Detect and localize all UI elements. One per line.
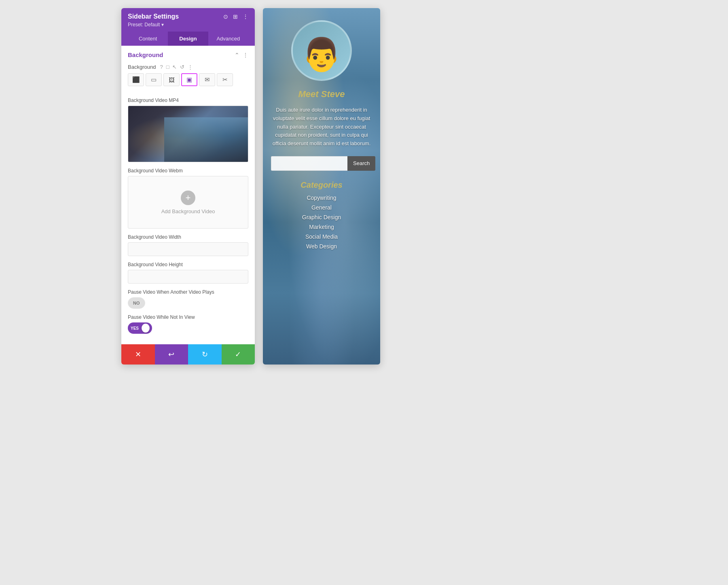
focus-icon[interactable]: ⊙ [223, 13, 228, 20]
width-field: Background Video Width [128, 234, 248, 256]
video-preview-mp4[interactable] [128, 106, 248, 162]
category-general[interactable]: General [311, 204, 332, 211]
preview-categories-title: Categories [301, 180, 342, 190]
form-section: Background Video MP4 Background Video We… [121, 93, 255, 344]
preview-content: 👨 Meet Steve Duis aute irure dolor in re… [263, 8, 380, 261]
category-web-design[interactable]: Web Design [306, 243, 337, 250]
category-social-media[interactable]: Social Media [305, 233, 338, 240]
collapse-icon[interactable]: ⌃ [235, 52, 239, 58]
bg-help-icon[interactable]: ? [160, 64, 163, 70]
bg-type-video[interactable]: ▣ [181, 73, 197, 86]
save-button[interactable]: ✓ [222, 344, 255, 365]
category-graphic-design[interactable]: Graphic Design [302, 214, 341, 220]
bg-reset-icon[interactable]: ↺ [180, 64, 184, 70]
category-copywriting[interactable]: Copywriting [307, 195, 336, 201]
preview-name: Meet Steve [298, 89, 345, 100]
action-bar: ✕ ↩ ↻ ✓ [121, 344, 255, 365]
bg-selector: Background ? □ ↖ ↺ ⋮ ⬛ ▭ 🖼 ▣ ✉ ✂ [121, 61, 255, 90]
pause-another-toggle[interactable]: NO [128, 297, 145, 309]
bg-cursor-icon[interactable]: ↖ [172, 64, 177, 70]
avatar: 👨 [291, 20, 352, 81]
tab-design[interactable]: Design [168, 32, 208, 46]
bg-type-buttons: ⬛ ▭ 🖼 ▣ ✉ ✂ [128, 73, 248, 86]
mp4-field: Background Video MP4 [128, 98, 248, 162]
webm-label: Background Video Webm [128, 168, 248, 174]
bg-type-gradient[interactable]: 🖼 [163, 73, 180, 86]
mp4-label: Background Video MP4 [128, 98, 248, 103]
main-container: Sidebar Settings ⊙ ⊞ ⋮ Preset: Default ▾… [121, 8, 607, 365]
section-more-icon[interactable]: ⋮ [243, 52, 248, 58]
pause-view-yes-label: YES [129, 326, 140, 331]
preview-search-input[interactable] [271, 156, 347, 171]
bg-more-icon[interactable]: ⋮ [188, 64, 193, 70]
section-header-icons: ⌃ ⋮ [235, 52, 248, 58]
bg-label-row: Background ? □ ↖ ↺ ⋮ [128, 64, 248, 70]
preview-panel: 👨 Meet Steve Duis aute irure dolor in re… [263, 8, 380, 365]
section-title: Background [128, 51, 163, 58]
preview-search-button[interactable]: Search [347, 156, 375, 171]
panel-tabs: Content Design Advanced [128, 32, 248, 46]
redo-button[interactable]: ↻ [188, 344, 222, 365]
bg-type-none[interactable]: ⬛ [128, 73, 144, 86]
upload-label: Add Background Video [161, 208, 215, 214]
panel-header: Sidebar Settings ⊙ ⊞ ⋮ Preset: Default ▾… [121, 8, 255, 46]
bg-type-pattern[interactable]: ✂ [217, 73, 233, 86]
tab-content[interactable]: Content [128, 32, 168, 46]
toggle-thumb [142, 324, 150, 333]
panel-body: Background ⌃ ⋮ Background ? □ ↖ ↺ ⋮ [121, 46, 255, 344]
webm-field: Background Video Webm + Add Background V… [128, 168, 248, 229]
pause-another-toggle-row: Pause Video When Another Video Plays NO [128, 289, 248, 309]
bg-type-image[interactable]: ✉ [199, 73, 215, 86]
bg-desktop-icon[interactable]: □ [166, 64, 169, 70]
preview-search: Search [271, 156, 372, 171]
height-input[interactable] [128, 270, 248, 284]
sidebar-panel: Sidebar Settings ⊙ ⊞ ⋮ Preset: Default ▾… [121, 8, 255, 365]
width-input[interactable] [128, 242, 248, 256]
video-preview-center [164, 117, 248, 162]
undo-button[interactable]: ↩ [155, 344, 188, 365]
cancel-button[interactable]: ✕ [121, 344, 155, 365]
panel-title: Sidebar Settings [128, 13, 179, 20]
height-label: Background Video Height [128, 262, 248, 267]
more-icon[interactable]: ⋮ [243, 13, 248, 20]
pause-view-toggle[interactable]: YES [128, 322, 152, 334]
height-field: Background Video Height [128, 262, 248, 284]
upload-plus-icon: + [181, 191, 195, 205]
section-header: Background ⌃ ⋮ [121, 46, 255, 61]
category-marketing[interactable]: Marketing [309, 224, 334, 230]
pause-view-label: Pause Video While Not In View [128, 314, 248, 320]
bg-type-color[interactable]: ▭ [146, 73, 162, 86]
pause-another-label: Pause Video When Another Video Plays [128, 289, 248, 295]
panel-preset[interactable]: Preset: Default ▾ [128, 22, 248, 28]
bg-label: Background [128, 64, 156, 70]
panel-header-top: Sidebar Settings ⊙ ⊞ ⋮ [128, 13, 248, 20]
panel-header-icons: ⊙ ⊞ ⋮ [223, 13, 248, 20]
video-upload-webm[interactable]: + Add Background Video [128, 176, 248, 229]
pause-view-toggle-row: Pause Video While Not In View YES [128, 314, 248, 334]
width-label: Background Video Width [128, 234, 248, 240]
avatar-image: 👨 [301, 38, 342, 71]
preview-bio: Duis aute irure dolor in reprehenderit i… [271, 106, 372, 148]
tab-advanced[interactable]: Advanced [208, 32, 248, 46]
layout-icon[interactable]: ⊞ [233, 13, 238, 20]
pause-another-no-option[interactable]: NO [128, 298, 145, 308]
bg-label-icons: ? □ ↖ ↺ ⋮ [160, 64, 193, 70]
